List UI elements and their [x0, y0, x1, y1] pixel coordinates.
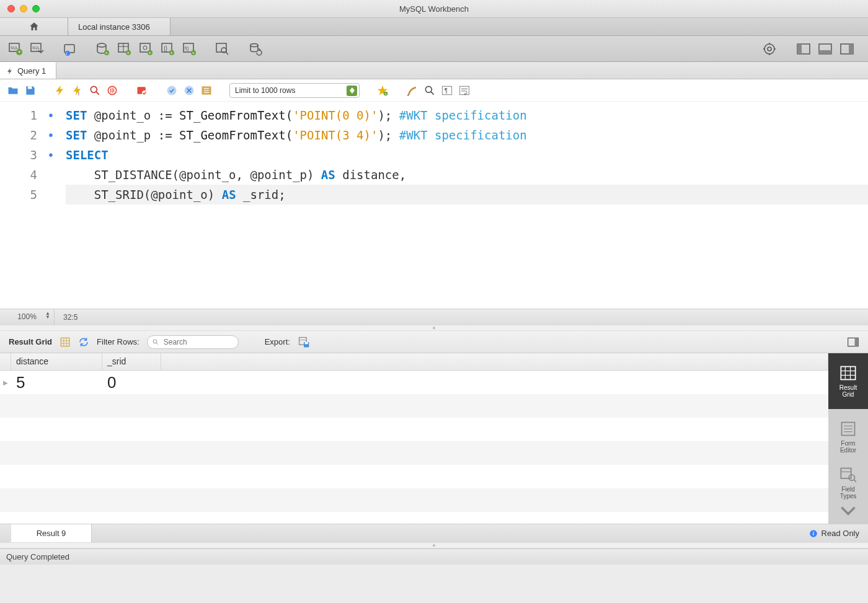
- connection-tabbar: Local instance 3306: [0, 17, 868, 36]
- column-header-srid[interactable]: _srid: [102, 353, 161, 370]
- result-side-tabs: Result Grid Form Editor Field Types: [828, 353, 868, 524]
- svg-text:+: +: [384, 91, 387, 95]
- execute-button[interactable]: [53, 84, 67, 97]
- editor-status-bar: 100%▲▼ 32:5: [0, 309, 868, 325]
- cell-srid[interactable]: 0: [102, 373, 161, 392]
- window-controls: [7, 5, 40, 12]
- readonly-indicator: i Read Only: [800, 524, 868, 542]
- svg-text:i: i: [812, 530, 813, 536]
- result-tab[interactable]: Result 9: [11, 524, 92, 542]
- export-icon[interactable]: [298, 336, 310, 348]
- snippet-button[interactable]: +: [376, 84, 389, 97]
- svg-text:+: +: [127, 50, 130, 56]
- svg-rect-75: [841, 367, 855, 380]
- svg-point-33: [764, 44, 774, 54]
- row-limit-select[interactable]: Limit to 1000 rows: [229, 83, 360, 98]
- code-body[interactable]: SET @point_o := ST_GeomFromText('POINT(0…: [61, 105, 868, 309]
- main-toolbar: SQL+ SQL i + + + {}+ f()+: [0, 36, 868, 62]
- result-grid[interactable]: distance _srid ▶ 5 0: [0, 353, 828, 524]
- result-toolbar: Result Grid Filter Rows: Export:: [0, 331, 868, 353]
- status-text: Query Completed: [6, 552, 69, 561]
- open-sql-button[interactable]: SQL: [29, 41, 45, 57]
- panel-toggle-icon[interactable]: [847, 336, 859, 348]
- status-bar: Query Completed: [0, 548, 868, 565]
- search-icon: [152, 338, 159, 346]
- panel-right-button[interactable]: [839, 41, 855, 57]
- code-editor[interactable]: 1 2 3 4 5 ••• SET @point_o := ST_GeomFro…: [0, 102, 868, 309]
- row-marker-icon: ▶: [0, 379, 11, 386]
- svg-text:SQL: SQL: [32, 46, 40, 50]
- minimize-window-button[interactable]: [20, 5, 27, 12]
- svg-text:{}: {}: [164, 45, 167, 51]
- stop-button[interactable]: [105, 84, 119, 97]
- refresh-icon[interactable]: [78, 337, 89, 348]
- close-window-button[interactable]: [7, 5, 15, 12]
- window-title: MySQL Workbench: [399, 4, 469, 14]
- panel-left-button[interactable]: [795, 41, 812, 57]
- result-area: distance _srid ▶ 5 0 Result Grid Form Ed…: [0, 353, 868, 524]
- side-tab-result-grid[interactable]: Result Grid: [828, 353, 868, 409]
- svg-line-58: [431, 91, 434, 94]
- invisible-chars-button[interactable]: ¶: [440, 84, 454, 97]
- svg-line-48: [96, 91, 99, 94]
- svg-rect-44: [849, 44, 853, 54]
- chevron-updown-icon: [347, 86, 357, 96]
- create-view-button[interactable]: +: [138, 41, 154, 57]
- save-file-button[interactable]: [24, 84, 37, 97]
- panel-bottom-button[interactable]: [817, 41, 833, 57]
- create-schema-button[interactable]: +: [95, 41, 111, 57]
- svg-rect-40: [797, 44, 802, 54]
- toggle-autocommit-button[interactable]: [135, 84, 149, 97]
- side-tab-field-types[interactable]: Field Types: [828, 465, 868, 521]
- svg-point-34: [768, 47, 771, 51]
- titlebar: MySQL Workbench: [0, 0, 868, 17]
- result-grid-icon: [839, 364, 857, 382]
- reconnect-button[interactable]: [247, 41, 264, 57]
- rollback-button[interactable]: [182, 84, 196, 97]
- query-tabbar: Query 1: [0, 62, 868, 79]
- side-tab-form-editor[interactable]: Form Editor: [828, 409, 868, 465]
- svg-text:+: +: [192, 50, 195, 56]
- open-file-button[interactable]: [6, 84, 20, 97]
- grid-icon[interactable]: [60, 337, 71, 348]
- connection-tab[interactable]: Local instance 3306: [68, 18, 170, 35]
- create-function-button[interactable]: f()+: [182, 41, 198, 57]
- svg-line-68: [156, 343, 158, 345]
- word-wrap-button[interactable]: [458, 84, 471, 97]
- svg-point-86: [849, 475, 854, 480]
- svg-rect-45: [28, 86, 32, 89]
- create-procedure-button[interactable]: {}+: [160, 41, 176, 57]
- svg-point-18: [143, 46, 147, 50]
- find-button[interactable]: [423, 84, 436, 97]
- maximize-window-button[interactable]: [32, 5, 40, 12]
- column-header-distance[interactable]: distance: [11, 353, 102, 370]
- data-row[interactable]: ▶ 5 0: [0, 371, 828, 394]
- svg-text:+: +: [105, 50, 108, 56]
- commit-button[interactable]: [165, 84, 179, 97]
- search-table-data-button[interactable]: [215, 41, 231, 57]
- inspector-button[interactable]: i: [62, 41, 78, 57]
- preferences-button[interactable]: [761, 41, 777, 57]
- new-sql-tab-button[interactable]: SQL+: [7, 41, 24, 57]
- svg-line-87: [854, 480, 856, 482]
- zoom-level[interactable]: 100%▲▼: [0, 309, 55, 325]
- home-icon: [29, 21, 40, 32]
- svg-text:+: +: [18, 49, 21, 55]
- cell-distance[interactable]: 5: [11, 373, 102, 392]
- explain-button[interactable]: [88, 84, 102, 97]
- home-tab[interactable]: [0, 18, 68, 35]
- result-tabbar: Result 9 i Read Only: [0, 524, 868, 542]
- chevron-down-icon: [839, 502, 857, 519]
- breakpoint-gutter: •••: [41, 105, 61, 309]
- create-table-button[interactable]: +: [117, 41, 133, 57]
- svg-rect-74: [855, 338, 859, 346]
- beautify-button[interactable]: [405, 84, 419, 97]
- horizontal-splitter[interactable]: ●: [0, 325, 868, 331]
- horizontal-splitter-2[interactable]: ●: [0, 542, 868, 548]
- svg-rect-62: [61, 338, 69, 346]
- execute-current-button[interactable]: I: [71, 84, 84, 97]
- toggle-limit-button[interactable]: [200, 84, 213, 97]
- svg-point-32: [250, 43, 258, 46]
- query-tab[interactable]: Query 1: [0, 62, 56, 79]
- filter-rows-input[interactable]: [147, 335, 239, 349]
